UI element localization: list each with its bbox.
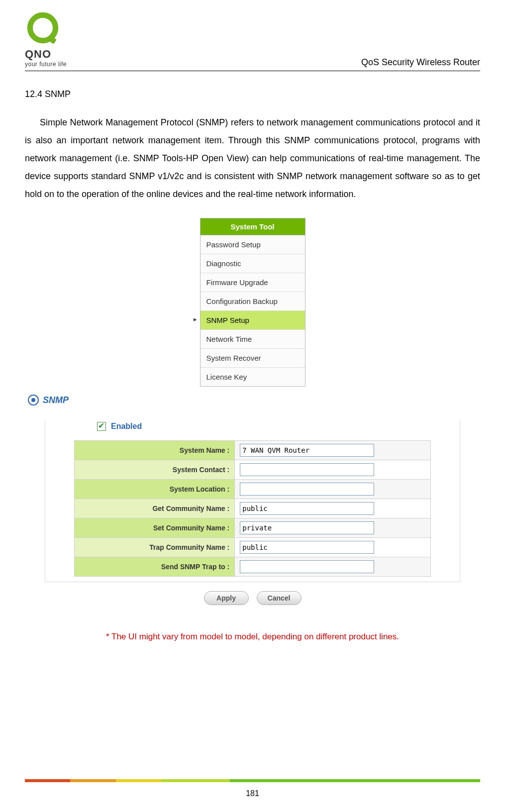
sidebar-item-network-time[interactable]: Network Time bbox=[201, 330, 305, 349]
field-label: Send SNMP Trap to : bbox=[75, 557, 235, 577]
field-label: Trap Community Name : bbox=[75, 538, 235, 557]
snmp-form-table: System Name :System Contact :System Loca… bbox=[74, 440, 430, 577]
sidebar-item-configuration-backup[interactable]: Configuration Backup bbox=[201, 292, 305, 311]
page-header: QNO your future life QoS Security Wirele… bbox=[25, 10, 480, 71]
set-community-name-input[interactable] bbox=[240, 521, 374, 534]
send-snmp-trap-to-input[interactable] bbox=[240, 560, 374, 573]
field-cell bbox=[235, 460, 430, 480]
table-row: System Contact : bbox=[75, 460, 430, 480]
sidebar-item-snmp-setup[interactable]: SNMP Setup bbox=[201, 311, 305, 330]
section-body: Simple Network Management Protocol (SNMP… bbox=[25, 113, 480, 203]
ui-variance-note: * The UI might vary from model to model,… bbox=[25, 632, 480, 642]
document-title: QoS Security Wireless Router bbox=[361, 57, 480, 68]
sidebar-item-system-recover[interactable]: System Recover bbox=[201, 349, 305, 368]
cancel-button[interactable]: Cancel bbox=[257, 591, 302, 605]
system-name-input[interactable] bbox=[240, 444, 374, 457]
table-row: System Name : bbox=[75, 441, 430, 460]
trap-community-name-input[interactable] bbox=[240, 541, 374, 554]
footer-color-bar bbox=[25, 779, 480, 782]
table-row: Get Community Name : bbox=[75, 499, 430, 518]
field-cell bbox=[235, 518, 430, 538]
table-row: System Location : bbox=[75, 480, 430, 499]
section-heading: 12.4 SNMP bbox=[25, 89, 480, 100]
qno-logo-icon bbox=[25, 10, 65, 50]
snmp-panel-title: SNMP bbox=[43, 395, 69, 406]
logo-block: QNO your future life bbox=[25, 10, 67, 68]
sidebar-item-firmware-upgrade[interactable]: Firmware Upgrade bbox=[201, 273, 305, 292]
button-row: Apply Cancel bbox=[25, 582, 480, 617]
field-label: System Contact : bbox=[75, 460, 235, 480]
logo-tagline: your future life bbox=[25, 61, 67, 68]
field-cell bbox=[235, 557, 430, 577]
snmp-panel: SNMP Enabled System Name :System Contact… bbox=[25, 392, 480, 617]
sidebar-item-password-setup[interactable]: Password Setup bbox=[201, 235, 305, 254]
field-label: System Name : bbox=[75, 441, 235, 460]
sidebar-item-license-key[interactable]: License Key bbox=[201, 368, 305, 386]
field-cell bbox=[235, 538, 430, 557]
field-label: System Location : bbox=[75, 480, 235, 499]
table-row: Trap Community Name : bbox=[75, 538, 430, 557]
section-body-text: Simple Network Management Protocol (SNMP… bbox=[25, 117, 480, 199]
table-row: Set Community Name : bbox=[75, 518, 430, 538]
enabled-label: Enabled bbox=[111, 422, 142, 431]
apply-button[interactable]: Apply bbox=[204, 591, 249, 605]
table-row: Send SNMP Trap to : bbox=[75, 557, 430, 577]
system-tool-menu: System Tool Password SetupDiagnosticFirm… bbox=[200, 218, 305, 387]
page-number: 181 bbox=[0, 789, 505, 798]
logo-text: QNO bbox=[25, 48, 51, 61]
get-community-name-input[interactable] bbox=[240, 502, 374, 515]
field-label: Set Community Name : bbox=[75, 518, 235, 538]
sidebar-item-diagnostic[interactable]: Diagnostic bbox=[201, 254, 305, 273]
circle-bullet-icon bbox=[28, 395, 39, 406]
enabled-checkbox[interactable] bbox=[97, 422, 106, 431]
field-label: Get Community Name : bbox=[75, 499, 235, 518]
field-cell bbox=[235, 480, 430, 499]
field-cell bbox=[235, 441, 430, 460]
system-contact-input[interactable] bbox=[240, 463, 374, 476]
menu-title: System Tool bbox=[201, 218, 305, 235]
field-cell bbox=[235, 499, 430, 518]
system-location-input[interactable] bbox=[240, 483, 374, 496]
